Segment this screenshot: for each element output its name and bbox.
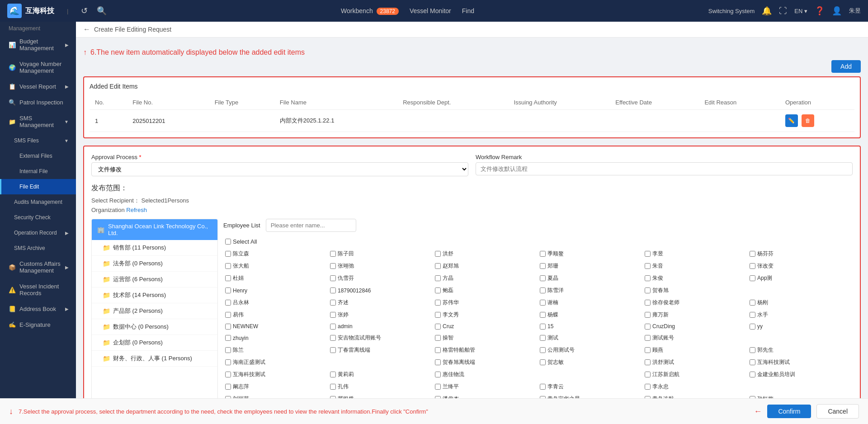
emp-徐存俊老师[interactable]: 徐存俊老师: [643, 297, 748, 308]
edit-row-button[interactable]: ✏️: [785, 114, 798, 127]
emp-李永忠[interactable]: 李永忠: [643, 382, 748, 392]
confirm-button[interactable]: Confirm: [767, 405, 811, 418]
sidebar-item-security-check[interactable]: Security Check: [0, 210, 76, 225]
emp-操智[interactable]: 操智: [433, 333, 538, 343]
sidebar-item-external-files[interactable]: External Files: [0, 148, 76, 164]
sidebar-item-operation-record[interactable]: Operation Record ▶: [0, 225, 76, 240]
sidebar-item-budget-management[interactable]: 📊 Budget Management ▶: [0, 33, 76, 56]
emp-洪舒[interactable]: 洪舒: [433, 249, 538, 259]
emp-夏晶[interactable]: 夏晶: [538, 273, 643, 283]
sidebar-item-file-edit[interactable]: File Edit: [0, 179, 76, 194]
emp-陈子田[interactable]: 陈子田: [328, 249, 433, 259]
emp-贺志敏[interactable]: 贺志敏: [538, 357, 643, 367]
switching-system-btn[interactable]: Switching System: [708, 8, 755, 14]
emp-青岛连航[interactable]: 青岛连航: [643, 394, 748, 398]
emp-兰绛平[interactable]: 兰绛平: [433, 382, 538, 392]
emp-郭先生[interactable]: 郭先生: [748, 345, 853, 355]
emp-测试[interactable]: 测试: [538, 333, 643, 343]
org-dept-0[interactable]: 📁 销售部 (11 Persons): [92, 240, 217, 256]
emp-张大船[interactable]: 张大船: [223, 261, 328, 271]
emp-青岛宝华之星[interactable]: 青岛宝华之星: [538, 394, 643, 398]
fullscreen-icon[interactable]: ⛶: [779, 6, 787, 16]
emp-杜娟[interactable]: 杜娟: [223, 273, 328, 283]
emp-格雷特船舶管[interactable]: 格雷特船舶管: [433, 345, 538, 355]
emp-杨刚[interactable]: 杨刚: [748, 297, 853, 308]
cancel-button[interactable]: Cancel: [816, 404, 859, 419]
language-btn[interactable]: EN ▾: [794, 8, 807, 14]
emp-Cruz[interactable]: Cruz: [433, 322, 538, 331]
org-dept-4[interactable]: 📁 产品部 (2 Persons): [92, 303, 217, 319]
emp-苏伟华[interactable]: 苏伟华: [433, 297, 538, 308]
emp-Henry[interactable]: Henry: [223, 285, 328, 296]
sidebar-item-audits[interactable]: Audits Management: [0, 194, 76, 210]
sidebar-item-internal-file[interactable]: Internal File: [0, 164, 76, 179]
sidebar-item-sms-management[interactable]: 📁 SMS Management ▼: [0, 110, 76, 133]
emp-yy[interactable]: yy: [748, 322, 853, 331]
back-button[interactable]: ←: [83, 25, 90, 33]
emp-刘丽芸[interactable]: 刘丽芸: [223, 394, 328, 398]
emp-丁春雷离线端[interactable]: 丁春雷离线端: [328, 345, 433, 355]
emp-朱俊[interactable]: 朱俊: [643, 273, 748, 283]
sidebar-item-patrol[interactable]: 🔍 Patrol Inspection: [0, 94, 76, 110]
org-dept-3[interactable]: 📁 技术部 (14 Persons): [92, 287, 217, 303]
emp-水手[interactable]: 水手: [748, 310, 853, 320]
emp-阚志萍[interactable]: 阚志萍: [223, 382, 328, 392]
select-all-checkbox[interactable]: [225, 239, 231, 245]
emp-杨芬芬[interactable]: 杨芬芬: [748, 249, 853, 259]
org-dept-2[interactable]: 📁 运营部 (6 Persons): [92, 272, 217, 287]
sidebar-item-address-book[interactable]: 📒 Address Book ▶: [0, 301, 76, 317]
emp-15[interactable]: 15: [538, 322, 643, 331]
emp-惠佳物流[interactable]: 惠佳物流: [433, 369, 538, 380]
emp-赵郑旭[interactable]: 赵郑旭: [433, 261, 538, 271]
org-dept-5[interactable]: 📁 数据中心 (0 Persons): [92, 319, 217, 335]
emp-方晶[interactable]: 方晶: [433, 273, 538, 283]
user-name[interactable]: 朱昱: [849, 7, 861, 15]
help-icon[interactable]: ❓: [815, 6, 825, 16]
emp-互海科技测试2[interactable]: 互海科技测试: [223, 369, 328, 380]
search-icon[interactable]: 🔍: [97, 6, 107, 16]
workbench-link[interactable]: Workbench 23872: [341, 7, 399, 14]
find-link[interactable]: Find: [462, 7, 474, 14]
emp-齐述[interactable]: 齐述: [328, 297, 433, 308]
emp-陈雪洋[interactable]: 陈雪洋: [538, 285, 643, 296]
emp-陈兰[interactable]: 陈兰: [223, 345, 328, 355]
emp-仇雪芬[interactable]: 仇雪芬: [328, 273, 433, 283]
sidebar-item-vessel-incident[interactable]: ⚠️ Vessel Incident Records: [0, 278, 76, 301]
emp-孙红梅[interactable]: 孙红梅: [748, 394, 853, 398]
emp-雍万新[interactable]: 雍万新: [643, 310, 748, 320]
emp-朱音[interactable]: 朱音: [643, 261, 748, 271]
sidebar-item-sms-files[interactable]: SMS Files ▼: [0, 133, 76, 148]
emp-顾燕[interactable]: 顾燕: [643, 345, 748, 355]
emp-张婷[interactable]: 张婷: [328, 310, 433, 320]
refresh-link[interactable]: Refresh: [126, 207, 147, 213]
emp-互海科技测试[interactable]: 互海科技测试: [748, 357, 853, 367]
emp-贺春旭[interactable]: 贺春旭: [643, 285, 748, 296]
sidebar-item-customs[interactable]: 📦 Customs Affairs Management ▶: [0, 256, 76, 278]
emp-admin[interactable]: admin: [328, 322, 433, 331]
sidebar-item-voyage-number[interactable]: 🌍 Voyage Number Management: [0, 56, 76, 79]
org-dept-6[interactable]: 📁 企划部 (0 Persons): [92, 335, 217, 351]
org-dept-1[interactable]: 📁 法务部 (0 Persons): [92, 256, 217, 272]
workflow-remark-input[interactable]: [476, 162, 853, 175]
emp-谢楠[interactable]: 谢楠: [538, 297, 643, 308]
emp-张翊弛[interactable]: 张翊弛: [328, 261, 433, 271]
back-nav-icon[interactable]: ↺: [81, 6, 88, 16]
org-dept-7[interactable]: 📁 财务、行政、人事 (1 Persons): [92, 351, 217, 367]
emp-江苏新启航[interactable]: 江苏新启航: [643, 369, 748, 380]
sidebar-item-sms-archive[interactable]: SMS Archive: [0, 240, 76, 256]
sidebar-item-e-signature[interactable]: ✍️ E-Signature: [0, 317, 76, 333]
emp-公用测试号[interactable]: 公用测试号: [538, 345, 643, 355]
emp-金建业船员培训[interactable]: 金建业船员培训: [748, 369, 853, 380]
emp-zhuyin[interactable]: zhuyin: [223, 333, 328, 343]
emp-杨蝶[interactable]: 杨蝶: [538, 310, 643, 320]
emp-李昱[interactable]: 李昱: [643, 249, 748, 259]
avatar[interactable]: 👤: [832, 6, 842, 16]
delete-row-button[interactable]: 🗑: [802, 114, 814, 127]
add-button[interactable]: Add: [831, 60, 861, 73]
vessel-monitor-link[interactable]: Vessel Monitor: [410, 7, 451, 14]
emp-App测[interactable]: App测: [748, 273, 853, 283]
emp-孔伟[interactable]: 孔伟: [328, 382, 433, 392]
approval-process-select[interactable]: 文件修改: [91, 162, 468, 176]
emp-CruzDing[interactable]: CruzDing: [643, 322, 748, 331]
emp-陈立森[interactable]: 陈立森: [223, 249, 328, 259]
